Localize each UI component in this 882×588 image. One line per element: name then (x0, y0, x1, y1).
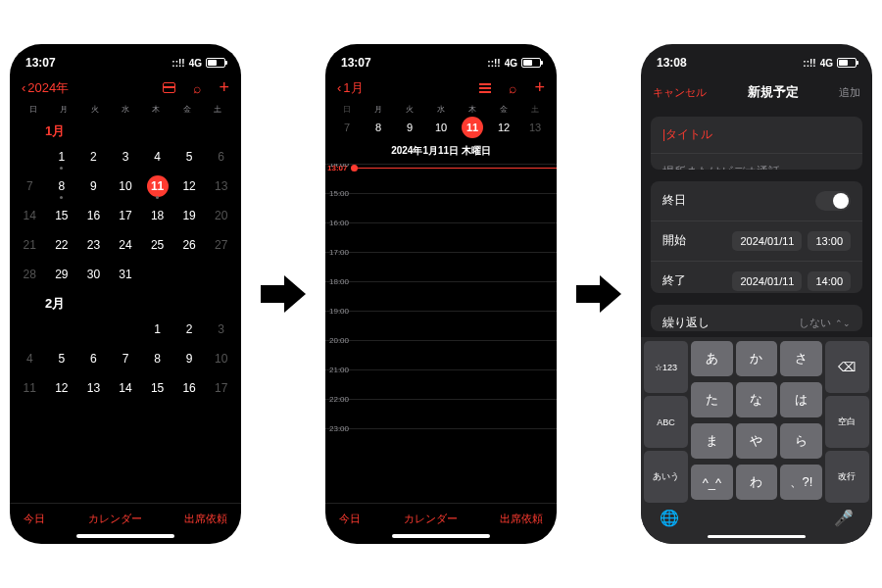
day-strip-cell[interactable]: 日7 (331, 104, 363, 138)
search-icon[interactable]: ⌕ (509, 80, 516, 96)
back-button[interactable]: ‹ 1月 (337, 79, 364, 97)
day-cell[interactable]: 25 (141, 230, 173, 260)
day-cell[interactable]: 5 (46, 344, 78, 373)
day-cell[interactable]: 1 (46, 142, 78, 172)
key[interactable]: あ (691, 341, 733, 376)
hour-row[interactable]: 19:00 (325, 311, 557, 340)
list-toggle-icon[interactable] (479, 83, 491, 93)
day-cell[interactable]: 3 (110, 142, 142, 172)
day-cell[interactable]: 8 (141, 344, 173, 373)
day-strip-cell[interactable]: 火9 (394, 104, 425, 138)
day-cell[interactable]: 4 (14, 344, 46, 373)
day-cell[interactable]: 15 (46, 201, 78, 230)
end-date-pill[interactable]: 2024/01/11 (732, 271, 802, 291)
hour-row[interactable]: 14:00 (325, 164, 557, 193)
key-return[interactable]: 改行 (825, 451, 869, 503)
home-indicator[interactable] (76, 534, 174, 538)
day-cell[interactable]: 13 (77, 373, 110, 403)
key-kana[interactable]: あいう (644, 451, 688, 503)
end-row[interactable]: 終了 2024/01/11 14:00 (651, 262, 862, 294)
key[interactable]: ま (691, 423, 733, 459)
day-cell[interactable]: 28 (14, 260, 46, 289)
start-date-pill[interactable]: 2024/01/11 (732, 231, 802, 251)
day-cell[interactable]: 6 (77, 344, 110, 373)
title-input[interactable]: |タイトル (651, 117, 862, 154)
day-cell[interactable]: 12 (173, 172, 206, 201)
day-cell[interactable]: 9 (173, 344, 206, 373)
day-cell[interactable]: 15 (141, 373, 173, 403)
day-strip-cell[interactable]: 月8 (363, 104, 394, 138)
allday-row[interactable]: 終日 (651, 181, 862, 221)
hour-row[interactable]: 21:00 (325, 369, 557, 399)
key-abc[interactable]: ABC (644, 396, 688, 448)
end-time-pill[interactable]: 14:00 (808, 271, 851, 291)
day-cell[interactable]: 7 (110, 344, 142, 373)
day-cell[interactable]: 5 (173, 142, 206, 172)
day-cell[interactable]: 17 (205, 373, 237, 403)
key[interactable]: な (736, 382, 778, 417)
day-cell[interactable]: 31 (110, 260, 142, 289)
key[interactable]: ^_^ (691, 465, 733, 500)
day-cell[interactable]: 1 (141, 315, 173, 344)
day-cell[interactable]: 16 (173, 373, 206, 403)
month-scroll[interactable]: 1月 1234567891011121314151617181920212223… (10, 117, 241, 503)
home-indicator[interactable] (708, 535, 806, 538)
day-cell[interactable]: 24 (110, 230, 142, 260)
calendars-button[interactable]: カレンダー (404, 512, 458, 526)
calendars-button[interactable]: カレンダー (88, 512, 142, 526)
view-toggle-icon[interactable] (163, 82, 175, 93)
day-cell[interactable]: 11 (141, 172, 173, 201)
day-strip-cell[interactable]: 金12 (488, 104, 519, 138)
day-cell[interactable]: 18 (141, 201, 173, 230)
search-icon[interactable]: ⌕ (193, 80, 201, 96)
key-delete[interactable]: ⌫ (825, 341, 869, 393)
day-cell[interactable]: 26 (173, 230, 206, 260)
hour-row[interactable]: 16:00 (325, 222, 557, 252)
day-cell[interactable]: 4 (141, 142, 173, 172)
hour-row[interactable]: 18:00 (325, 281, 557, 311)
day-cell[interactable]: 2 (77, 142, 110, 172)
day-cell[interactable]: 6 (205, 142, 237, 172)
hour-row[interactable]: 23:00 (325, 428, 557, 458)
key-space[interactable]: 空白 (825, 396, 869, 448)
day-cell[interactable]: 13 (205, 172, 237, 201)
day-cell[interactable]: 7 (14, 172, 46, 201)
day-cell[interactable]: 3 (205, 315, 237, 344)
day-cell[interactable]: 22 (46, 230, 78, 260)
day-cell[interactable]: 17 (110, 201, 142, 230)
allday-toggle[interactable] (815, 191, 851, 211)
day-cell[interactable]: 27 (205, 230, 237, 260)
day-cell[interactable]: 30 (77, 260, 110, 289)
month-label-feb[interactable]: 2月 (14, 289, 237, 315)
day-cell[interactable]: 14 (14, 201, 46, 230)
inbox-button[interactable]: 出席依頼 (500, 512, 543, 526)
mic-icon[interactable]: 🎤 (834, 509, 854, 527)
day-cell[interactable]: 10 (205, 344, 237, 373)
month-label-jan[interactable]: 1月 (14, 117, 237, 142)
day-cell[interactable]: 9 (77, 172, 110, 201)
key[interactable]: さ (780, 341, 822, 376)
back-button[interactable]: ‹ 2024年 (22, 79, 69, 97)
repeat-row[interactable]: 繰り返し しない⌃⌄ (651, 305, 862, 331)
day-cell[interactable]: 16 (77, 201, 110, 230)
add-event-button[interactable]: + (219, 77, 229, 98)
key[interactable]: や (736, 423, 778, 459)
hour-row[interactable]: 22:00 (325, 399, 557, 428)
location-input[interactable]: 場所またはビデオ通話 (651, 154, 862, 170)
key[interactable]: 、?! (780, 465, 822, 500)
day-cell[interactable]: 12 (46, 373, 78, 403)
day-cell[interactable]: 21 (14, 230, 46, 260)
hour-row[interactable]: 17:00 (325, 252, 557, 281)
key[interactable]: わ (736, 465, 778, 500)
key[interactable]: か (736, 341, 778, 376)
hour-grid[interactable]: 13:07 14:0015:0016:0017:0018:0019:0020:0… (325, 164, 557, 503)
day-cell[interactable]: 14 (110, 373, 142, 403)
start-row[interactable]: 開始 2024/01/11 13:00 (651, 221, 862, 262)
day-cell[interactable]: 10 (110, 172, 142, 201)
day-cell[interactable]: 20 (205, 201, 237, 230)
day-cell[interactable]: 19 (173, 201, 206, 230)
hour-row[interactable]: 15:00 (325, 193, 557, 222)
inbox-button[interactable]: 出席依頼 (184, 512, 227, 526)
globe-icon[interactable]: 🌐 (660, 509, 679, 527)
day-cell[interactable]: 23 (77, 230, 110, 260)
